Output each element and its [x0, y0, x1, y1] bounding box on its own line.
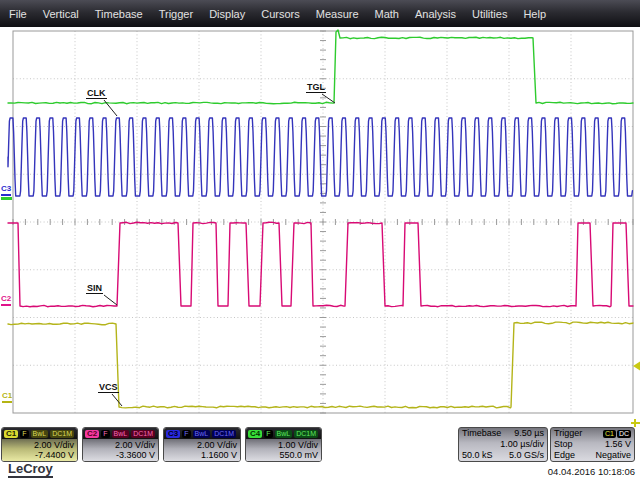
menu-item-analysis[interactable]: Analysis — [415, 8, 456, 20]
c4-header: C4 F BwL DC1M — [246, 428, 321, 439]
c2-offset: -3.3600 V — [86, 450, 155, 460]
channel-descriptor-c3[interactable]: C3 F BwL DC1M 2.00 V/div 1.1600 V — [163, 427, 241, 462]
trigger-level: 1.56 V — [605, 439, 631, 450]
timebase-label: Timebase — [462, 428, 501, 439]
timebase-delay: 9.50 µs — [514, 428, 544, 439]
channel-descriptor-c4[interactable]: C4 F BwL DC1M 1.00 V/div 550.0 mV — [245, 427, 322, 462]
trigger-label: Trigger — [554, 428, 582, 439]
menu-item-cursors[interactable]: Cursors — [261, 8, 300, 20]
menu-item-timebase[interactable]: Timebase — [95, 8, 143, 20]
c3-header: C3 F BwL DC1M — [164, 428, 240, 439]
menu-item-trigger[interactable]: Trigger — [159, 8, 193, 20]
menu-bar: FileVerticalTimebaseTriggerDisplayCursor… — [0, 0, 640, 27]
c4-scale: 1.00 V/div — [249, 440, 318, 450]
lecroy-logo: LeCroy — [8, 462, 53, 478]
trigger-time-marker[interactable] — [631, 419, 640, 427]
waveform-display — [0, 0, 640, 480]
timebase-descriptor[interactable]: Timebase 9.50 µs 1.00 µs/div 50.0 kS 5.0… — [458, 427, 548, 462]
c4-bwl-badge: BwL — [275, 430, 293, 438]
c4-badge: C4 — [248, 430, 262, 438]
c4-offset: 550.0 mV — [249, 450, 318, 460]
menu-item-vertical[interactable]: Vertical — [43, 8, 79, 20]
c3-scale: 2.00 V/div — [167, 440, 237, 450]
trigger-source-badge: C1 — [603, 430, 616, 438]
label-sin: SIN — [86, 283, 103, 294]
timebase-samples: 50.0 kS — [462, 450, 493, 461]
c1-scale: 2.00 V/div — [5, 440, 74, 450]
c1-bwl-badge: BwL — [31, 430, 49, 438]
timebase-rate: 5.0 GS/s — [509, 450, 544, 461]
c3-offset: 1.1600 V — [167, 450, 237, 460]
oscilloscope-screen: FileVerticalTimebaseTriggerDisplayCursor… — [0, 0, 640, 480]
label-clk: CLK — [86, 88, 107, 99]
c1-header: C1 F BwL DC1M — [2, 428, 77, 439]
c3-coupling-badge: DC1M — [212, 430, 236, 438]
c4-filter-badge: F — [264, 430, 272, 438]
menu-item-math[interactable]: Math — [375, 8, 399, 20]
c1-coupling-badge: DC1M — [50, 430, 74, 438]
menu-item-utilities[interactable]: Utilities — [472, 8, 507, 20]
trigger-slope: Negative — [595, 450, 631, 461]
c2-header: C2 F BwL DC1M — [83, 428, 158, 439]
c4-coupling-badge: DC1M — [294, 430, 318, 438]
c2-scale: 2.00 V/div — [86, 440, 155, 450]
channel-descriptor-c1[interactable]: C1 F BwL DC1M 2.00 V/div -7.4400 V — [1, 427, 78, 462]
label-vcs: VCS — [98, 382, 119, 393]
c4-zero-marker[interactable] — [1, 197, 12, 200]
c3-zero-marker[interactable]: C3 — [1, 185, 11, 196]
c1-filter-badge: F — [20, 430, 28, 438]
channel-descriptor-c2[interactable]: C2 F BwL DC1M 2.00 V/div -3.3600 V — [82, 427, 159, 462]
c2-zero-marker[interactable]: C2 — [1, 295, 11, 306]
trigger-mode: Stop — [554, 439, 573, 450]
c2-coupling-badge: DC1M — [131, 430, 155, 438]
c2-badge: C2 — [85, 430, 99, 438]
menu-item-measure[interactable]: Measure — [316, 8, 359, 20]
trace-sin — [8, 222, 633, 306]
trigger-type: Edge — [554, 450, 575, 461]
trigger-coupling-badge: DC — [617, 430, 631, 438]
c3-bwl-badge: BwL — [193, 430, 211, 438]
c3-badge: C3 — [166, 430, 180, 438]
datetime: 04.04.2016 10:18:06 — [548, 466, 635, 477]
c1-badge: C1 — [4, 430, 18, 438]
c1-offset: -7.4400 V — [5, 450, 74, 460]
trigger-level-marker[interactable] — [633, 362, 640, 371]
c2-filter-badge: F — [101, 430, 109, 438]
menu-item-help[interactable]: Help — [523, 8, 546, 20]
menu-item-file[interactable]: File — [9, 8, 27, 20]
c1-zero-marker[interactable]: C1 — [2, 392, 12, 403]
c2-bwl-badge: BwL — [112, 430, 130, 438]
c3-filter-badge: F — [182, 430, 190, 438]
timebase-per-div: 1.00 µs/div — [500, 439, 544, 450]
label-tgl: TGL — [306, 82, 326, 93]
trigger-descriptor[interactable]: Trigger C1 DC Stop 1.56 V Edge Negative — [550, 427, 635, 462]
menu-item-display[interactable]: Display — [209, 8, 245, 20]
